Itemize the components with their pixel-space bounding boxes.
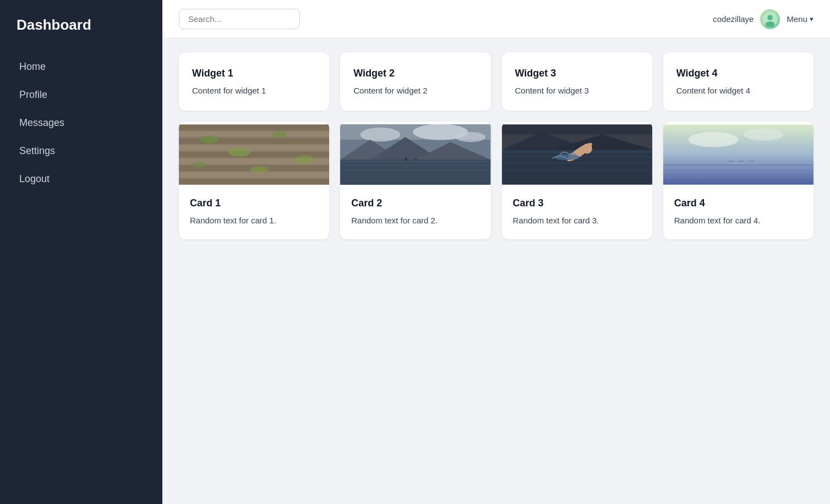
- chevron-down-icon: ▾: [810, 15, 813, 23]
- svg-rect-32: [406, 157, 407, 160]
- sidebar-item-settings[interactable]: Settings: [17, 140, 146, 162]
- svg-rect-12: [179, 179, 329, 185]
- menu-label: Menu: [787, 14, 807, 24]
- card-title: Card 3: [513, 198, 641, 209]
- svg-point-47: [688, 132, 738, 147]
- svg-point-44: [582, 144, 592, 154]
- svg-rect-39: [502, 162, 652, 165]
- widget-card-3: Widget 3 Content for widget 3: [502, 52, 652, 111]
- card-image: [340, 122, 490, 188]
- cards-row: Card 1 Random text for card 1.: [179, 122, 813, 239]
- sidebar: Dashboard Home Profile Messages Settings…: [0, 0, 162, 504]
- svg-point-17: [192, 162, 206, 168]
- menu-button[interactable]: Menu ▾: [787, 14, 813, 24]
- user-avatar: [760, 9, 780, 29]
- svg-point-18: [250, 166, 268, 173]
- svg-point-16: [294, 156, 314, 164]
- sidebar-nav: Home Profile Messages Settings Logout: [17, 56, 146, 190]
- widget-content: Content for widget 2: [353, 86, 477, 95]
- svg-rect-49: [663, 165, 813, 166]
- svg-rect-35: [502, 124, 652, 134]
- svg-rect-31: [340, 169, 490, 171]
- svg-rect-50: [663, 169, 813, 170]
- svg-rect-33: [416, 158, 417, 161]
- widget-content: Content for widget 1: [192, 86, 316, 95]
- card-title: Card 4: [674, 198, 802, 209]
- svg-rect-11: [179, 172, 329, 178]
- svg-rect-4: [179, 124, 329, 130]
- svg-point-24: [456, 132, 486, 142]
- widget-card-2: Widget 2 Content for widget 2: [340, 52, 490, 111]
- svg-rect-54: [749, 161, 755, 162]
- image-card-2: Card 2 Random text for card 2.: [340, 122, 490, 239]
- widgets-row: Widget 1 Content for widget 1 Widget 2 C…: [179, 52, 813, 111]
- widget-card-1: Widget 1 Content for widget 1: [179, 52, 329, 111]
- search-input[interactable]: [179, 9, 300, 29]
- svg-rect-40: [502, 169, 652, 171]
- widget-content: Content for widget 3: [515, 86, 639, 95]
- sidebar-title: Dashboard: [17, 17, 146, 34]
- card-text: Random text for card 4.: [674, 215, 802, 227]
- svg-point-48: [743, 129, 783, 141]
- card-text: Random text for card 3.: [513, 215, 641, 227]
- card-image: [663, 122, 813, 188]
- card-text: Random text for card 1.: [190, 215, 318, 227]
- card-title: Card 1: [190, 198, 318, 209]
- sidebar-item-logout[interactable]: Logout: [17, 168, 146, 190]
- header-right: codezillaye Menu ▾: [713, 9, 813, 29]
- svg-rect-29: [340, 161, 490, 162]
- card-image: [502, 122, 652, 188]
- svg-point-1: [768, 15, 773, 20]
- widget-title: Widget 4: [676, 68, 800, 79]
- image-card-1: Card 1 Random text for card 1.: [179, 122, 329, 239]
- svg-rect-46: [663, 124, 813, 184]
- image-card-3: Card 3 Random text for card 3.: [502, 122, 652, 239]
- svg-rect-52: [728, 161, 734, 162]
- svg-point-22: [361, 128, 401, 142]
- svg-point-14: [228, 147, 250, 156]
- sidebar-item-messages[interactable]: Messages: [17, 112, 146, 134]
- svg-rect-5: [179, 132, 329, 136]
- widget-content: Content for widget 4: [676, 86, 800, 95]
- widget-card-4: Widget 4 Content for widget 4: [663, 52, 813, 111]
- header: codezillaye Menu ▾: [162, 0, 830, 39]
- svg-point-15: [272, 132, 287, 138]
- card-image: [179, 122, 329, 188]
- widget-title: Widget 3: [515, 68, 639, 79]
- svg-rect-28: [340, 160, 490, 185]
- card-text: Random text for card 2.: [351, 215, 479, 227]
- sidebar-item-home[interactable]: Home: [17, 56, 146, 78]
- main-area: codezillaye Menu ▾ Widget 1 Content for …: [162, 0, 830, 504]
- content-area: Widget 1 Content for widget 1 Widget 2 C…: [162, 39, 830, 504]
- username-label: codezillaye: [713, 14, 753, 24]
- svg-rect-30: [340, 165, 490, 166]
- card-title: Card 2: [351, 198, 479, 209]
- widget-title: Widget 2: [353, 68, 477, 79]
- svg-rect-7: [179, 145, 329, 151]
- image-card-4: Card 4 Random text for card 4.: [663, 122, 813, 239]
- svg-point-45: [554, 154, 580, 160]
- svg-rect-53: [738, 161, 744, 162]
- widget-title: Widget 1: [192, 68, 316, 79]
- sidebar-item-profile[interactable]: Profile: [17, 84, 146, 106]
- svg-rect-51: [663, 174, 813, 175]
- svg-point-13: [200, 135, 218, 144]
